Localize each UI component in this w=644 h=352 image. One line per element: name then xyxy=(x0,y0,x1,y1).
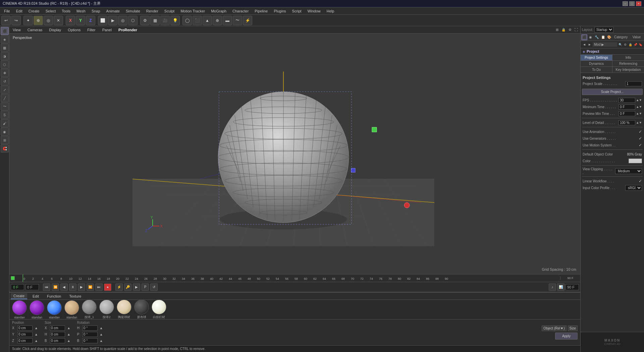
obj-mode-btn[interactable]: ⬜ xyxy=(98,16,107,25)
menu-item-sculpt[interactable]: Sculpt xyxy=(162,8,177,14)
search-icon[interactable]: 🔍 xyxy=(618,42,623,47)
mixer-button[interactable]: ♪ xyxy=(549,283,556,291)
menu-item-plugins[interactable]: Plugins xyxy=(271,8,288,14)
fullscreen-icon[interactable]: ⛶ xyxy=(574,27,579,33)
timeline-button[interactable]: 📊 xyxy=(557,283,565,291)
loop-button[interactable]: ↺ xyxy=(150,283,158,291)
previewmin-stepper[interactable]: ▲▼ xyxy=(636,112,642,115)
next-keyframe-button[interactable]: ⏩ xyxy=(87,283,94,291)
lock-view-icon[interactable]: 🔒 xyxy=(561,27,566,33)
sx-stepper[interactable]: ▲ xyxy=(67,326,70,330)
line-tool[interactable]: ╱ xyxy=(1,94,9,102)
menu-item-select[interactable]: Select xyxy=(43,8,59,14)
cone-btn[interactable]: ▲ xyxy=(203,16,212,25)
menu-item-window[interactable]: Window xyxy=(305,8,323,14)
move-tool[interactable]: ⊕ xyxy=(34,16,43,25)
menu-item-mesh[interactable]: Mesh xyxy=(74,8,88,14)
maximize-viewport-icon[interactable]: ⊞ xyxy=(554,27,560,33)
filter-icon[interactable]: ⚙ xyxy=(623,42,628,47)
material-item-4[interactable]: 按球_1 xyxy=(82,300,97,319)
render-manager-icon[interactable]: 🎨 xyxy=(606,34,612,40)
view-clipping-dropdown[interactable]: Medium Small Large xyxy=(615,168,642,174)
timeline-start-marker[interactable] xyxy=(11,276,15,280)
project-settings-tab[interactable]: Project Settings xyxy=(581,55,612,60)
material-item-3[interactable]: standan xyxy=(64,300,79,319)
display-menu[interactable]: Display xyxy=(47,27,63,33)
playback-mode-button[interactable]: P xyxy=(142,283,149,291)
material-item-7[interactable]: 胶布球 xyxy=(134,300,149,319)
color-swatch[interactable] xyxy=(629,159,642,163)
cameras-menu[interactable]: Cameras xyxy=(25,27,45,33)
size-z-input[interactable] xyxy=(50,338,65,343)
record-button[interactable]: ● xyxy=(104,283,111,291)
size-y-input[interactable] xyxy=(50,332,65,337)
options-menu[interactable]: Options xyxy=(66,27,83,33)
bookmark-icon[interactable]: 🔖 xyxy=(638,42,643,47)
camera-btn[interactable]: 🎥 xyxy=(160,16,170,25)
view-settings-icon[interactable]: ⚙ xyxy=(567,27,573,33)
edge-mode-btn[interactable]: ◎ xyxy=(118,16,127,25)
apply-button[interactable]: Apply xyxy=(555,333,578,340)
menu-item-tools[interactable]: Tools xyxy=(59,8,73,14)
menu-item-render[interactable]: Render xyxy=(144,8,161,14)
z-axis-btn[interactable]: Z xyxy=(86,16,95,25)
y-stepper[interactable]: ▲ xyxy=(35,333,38,336)
info-tab[interactable]: Info xyxy=(612,55,644,60)
menu-item-edit[interactable]: Edit xyxy=(13,8,25,14)
menu-item-simulate[interactable]: Simulate xyxy=(123,8,143,14)
rotate-tool-side[interactable]: ↺ xyxy=(1,77,9,85)
x-axis-btn[interactable]: X xyxy=(66,16,75,25)
linear-workflow-checkbox[interactable]: ✓ xyxy=(639,179,642,183)
object-manager-icon[interactable]: ⬛ xyxy=(581,34,587,40)
lock-icon[interactable]: 🔒 xyxy=(628,42,633,47)
rot-b-input[interactable] xyxy=(83,338,98,343)
menu-item-script[interactable]: Script xyxy=(289,8,304,14)
rh-stepper[interactable]: ▲ xyxy=(100,326,103,330)
x-stepper[interactable]: ▲ xyxy=(35,326,38,330)
minimize-button[interactable]: – xyxy=(623,1,628,6)
project-scale-input[interactable] xyxy=(625,81,642,86)
cube-btn[interactable]: ⬛ xyxy=(193,16,202,25)
timeline-track[interactable]: 0 2 4 6 8 10 12 14 16 18 20 22 24 26 28 … xyxy=(23,274,560,282)
material-item-6[interactable]: 陶瓷球材 xyxy=(117,300,131,319)
minimum-time-input[interactable] xyxy=(619,104,635,109)
use-motion-system-checkbox[interactable]: ✓ xyxy=(639,143,642,147)
play-reverse-button[interactable]: ◀ xyxy=(60,283,68,291)
z-stepper[interactable]: ▲ xyxy=(35,339,38,343)
play-button[interactable]: ▶ xyxy=(78,283,85,291)
move-tool-side[interactable]: ✥ xyxy=(1,69,9,77)
menu-item-snap[interactable]: Snap xyxy=(89,8,103,14)
sy-stepper[interactable]: ▲ xyxy=(67,333,70,336)
referencing-tab[interactable]: Referencing xyxy=(612,61,644,67)
fps-stepper[interactable]: ▲▼ xyxy=(636,98,642,102)
menu-item-file[interactable]: File xyxy=(1,8,13,14)
material-item-0[interactable]: standan xyxy=(12,300,27,319)
size-x-input[interactable] xyxy=(50,325,65,331)
current-path[interactable]: Mod ▶ xyxy=(593,42,617,47)
rb-stepper[interactable]: ▲ xyxy=(100,339,103,343)
todo-tab[interactable]: To Do xyxy=(581,67,612,73)
create-tab[interactable]: Create xyxy=(11,293,27,299)
stamp-tool[interactable]: S xyxy=(1,111,9,119)
mintime-stepper[interactable]: ▲▼ xyxy=(636,105,642,108)
render-btn[interactable]: ▦ xyxy=(150,16,160,25)
material-item-5[interactable]: 按球2 xyxy=(99,300,114,319)
texture-tab[interactable]: Texture xyxy=(66,294,84,299)
prorender-menu[interactable]: ProRender xyxy=(116,27,139,33)
material-item-8[interactable]: 白炽灯材 xyxy=(152,300,166,319)
use-generators-checkbox[interactable]: ✓ xyxy=(639,136,642,141)
viewport-select-tool[interactable]: ⬛ xyxy=(1,27,9,35)
brush-tool[interactable]: ◑ xyxy=(1,52,9,60)
layout-dropdown[interactable]: Startup xyxy=(594,27,613,33)
sz-stepper[interactable]: ▲ xyxy=(67,339,70,343)
redo-button[interactable]: ↪ xyxy=(11,16,21,25)
sphere-btn[interactable]: ◯ xyxy=(182,16,192,25)
keyframe-selection-button[interactable]: 🔑 xyxy=(124,283,131,291)
light-btn[interactable]: 💡 xyxy=(170,16,180,25)
stop-button[interactable]: ⏸ xyxy=(69,283,76,291)
position-y-input[interactable] xyxy=(17,332,33,337)
panel-menu[interactable]: Panel xyxy=(100,27,114,33)
menu-item-animate[interactable]: Animate xyxy=(104,8,122,14)
menu-item-mograph[interactable]: MoGraph xyxy=(208,8,229,14)
scale-project-button[interactable]: Scale Project... xyxy=(582,89,643,95)
